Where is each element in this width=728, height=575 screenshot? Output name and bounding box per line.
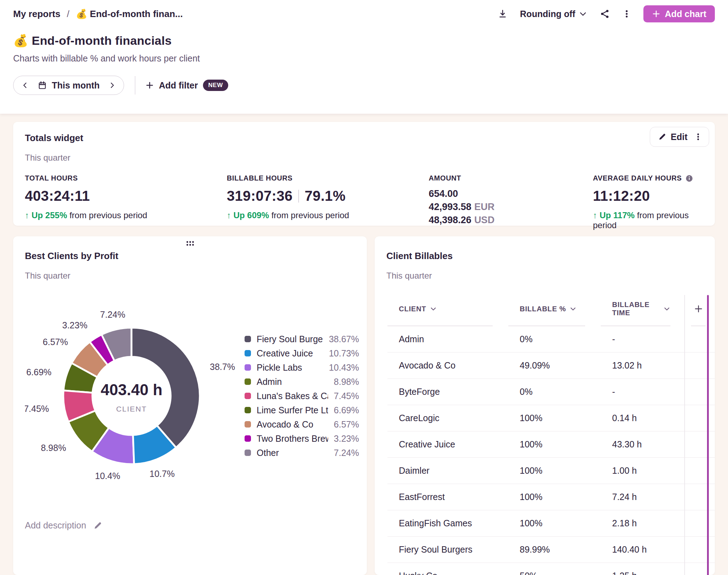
legend-name: Two Brothers Brew...: [257, 434, 328, 444]
billable-time-cell: -: [601, 334, 686, 344]
column-header-billable-time[interactable]: BILLABLE TIME: [601, 295, 670, 326]
legend-item[interactable]: Creative Juice10.73%: [245, 348, 359, 359]
client-cell: EatingFish Games: [387, 518, 508, 528]
legend-item[interactable]: Luna's Bakes & Ca...7.45%: [245, 391, 359, 401]
add-description-label: Add description: [25, 520, 86, 531]
billable-time-cell: -: [601, 387, 686, 397]
legend-name: Luna's Bakes & Ca...: [257, 391, 328, 401]
legend-percent: 38.67%: [329, 334, 359, 344]
billable-percent-cell: 100%: [508, 439, 601, 450]
legend-percent: 7.45%: [334, 391, 359, 401]
legend-percent: 3.23%: [334, 434, 359, 444]
table-row[interactable]: Avocado & Co49.09%13.02 h: [387, 353, 715, 379]
info-icon[interactable]: [685, 174, 693, 182]
billable-percent-cell: 49.09%: [508, 360, 601, 371]
delta-suffix: from previous period: [271, 210, 349, 220]
billable-time-cell: 13.02 h: [601, 360, 686, 371]
table-row[interactable]: Creative Juice100%43.30 h: [387, 431, 715, 458]
table-row[interactable]: CareLogic100%0.14 h: [387, 405, 715, 431]
table-scrollbar[interactable]: [707, 295, 709, 575]
table-row[interactable]: EastForrest100%7.24 h: [387, 484, 715, 510]
pencil-icon: [658, 133, 667, 141]
billable-time-cell: 1.25 h: [601, 571, 686, 575]
billable-percent-cell: 0%: [508, 334, 601, 344]
drag-handle-icon[interactable]: [185, 240, 195, 247]
billable-percent-cell: 100%: [508, 413, 601, 423]
legend-marker: [245, 336, 251, 342]
rounding-dropdown[interactable]: Rounding off: [520, 9, 588, 19]
table-row[interactable]: Fiery Soul Burgers89.99%140.40 h: [387, 537, 715, 563]
billable-percent-cell: 0%: [508, 387, 601, 397]
legend-item[interactable]: Two Brothers Brew...3.23%: [245, 434, 359, 444]
metric-label-text: AVERAGE DAILY HOURS: [593, 174, 682, 182]
metric-delta: ↑ Up 255% from previous period: [25, 210, 227, 220]
legend-percent: 7.24%: [334, 448, 359, 458]
share-button[interactable]: [599, 9, 610, 19]
billables-table: CLIENT BILLABLE % BILLABLE TIME: [386, 295, 715, 575]
legend-item[interactable]: Fiery Soul Burgers38.67%: [245, 334, 359, 344]
metric-value: 403:24:11: [25, 188, 227, 204]
legend-marker: [245, 407, 251, 413]
donut-chart-area: 403.40 h CLIENT 38.7%10.7%10.4%8.98%7.45…: [25, 289, 367, 503]
breadcrumb-my-reports[interactable]: My reports: [13, 9, 60, 20]
legend-marker: [245, 393, 251, 399]
totals-widget: Totals widget This quarter Edit TOTAL HO…: [13, 122, 715, 226]
edit-button[interactable]: Edit: [658, 132, 687, 142]
download-icon: [497, 9, 508, 19]
client-billables-period: This quarter: [386, 271, 715, 281]
billable-time-cell: 1.00 h: [601, 466, 686, 476]
table-row[interactable]: Daimler100%1.00 h: [387, 458, 715, 484]
donut-percent-label: 7.24%: [100, 310, 125, 319]
billable-time-cell: 43.30 h: [601, 439, 686, 450]
edit-label: Edit: [671, 132, 687, 142]
chevron-right-icon[interactable]: [108, 81, 116, 89]
donut-percent-label: 6.57%: [43, 337, 68, 347]
legend-item[interactable]: Lime Surfer Pte Ltd6.69%: [245, 405, 359, 415]
table-row[interactable]: Husky Co.50%1.25 h: [387, 563, 715, 575]
add-filter-button[interactable]: Add filter NEW: [145, 80, 228, 91]
add-column-button[interactable]: [691, 295, 706, 326]
best-clients-title: Best Clients by Profit: [25, 251, 367, 262]
legend-item[interactable]: Other7.24%: [245, 448, 359, 458]
table-row[interactable]: ByteForge0%-: [387, 379, 715, 405]
column-header-billable-percent[interactable]: BILLABLE %: [508, 295, 585, 326]
billable-percent-cell: 100%: [508, 492, 601, 502]
totals-widget-title: Totals widget: [25, 133, 703, 144]
billable-time-cell: 7.24 h: [601, 492, 686, 502]
add-chart-button[interactable]: Add chart: [643, 5, 715, 22]
amount-currency: USD: [474, 215, 494, 225]
topbar-actions: Rounding off Add chart: [497, 5, 715, 22]
legend-item[interactable]: Pickle Labs10.43%: [245, 362, 359, 373]
table-row[interactable]: Admin0%-: [387, 326, 715, 353]
add-description-button[interactable]: Add description: [25, 520, 102, 531]
donut-center-value: 403.40 h: [101, 381, 162, 398]
legend-marker: [245, 435, 251, 442]
legend-name: Other: [257, 448, 328, 458]
amount-value: 48,398.26: [429, 215, 471, 225]
legend-name: Lime Surfer Pte Ltd: [257, 405, 328, 415]
chevron-left-icon[interactable]: [21, 81, 29, 89]
legend-marker: [245, 364, 251, 371]
breadcrumb-current-report[interactable]: 💰 End-of-month finan...: [76, 9, 183, 20]
metric-label: TOTAL HOURS: [25, 174, 227, 182]
amount-line: 42,993.58EUR: [429, 200, 593, 214]
metric-billable-hours: BILLABLE HOURS 319:07:36 79.1% ↑ Up 609%…: [227, 174, 429, 230]
donut-legend: Fiery Soul Burgers38.67%Creative Juice10…: [245, 334, 359, 458]
totals-period: This quarter: [25, 153, 703, 163]
plus-icon: [145, 81, 154, 90]
page-header: My reports / 💰 End-of-month finan... Rou…: [0, 0, 728, 114]
legend-item[interactable]: Avocado & Co6.57%: [245, 419, 359, 430]
more-options-button[interactable]: [622, 9, 631, 19]
breadcrumb-separator: /: [67, 9, 69, 20]
totals-more-options-button[interactable]: [694, 132, 702, 142]
delta-percent: Up 255%: [32, 210, 67, 220]
column-label: CLIENT: [399, 305, 426, 313]
amount-line: 654.00: [429, 187, 593, 200]
column-header-client[interactable]: CLIENT: [387, 295, 493, 326]
table-row[interactable]: EatingFish Games100%2.18 h: [387, 510, 715, 537]
donut-percent-label: 7.45%: [25, 404, 49, 414]
legend-item[interactable]: Admin8.98%: [245, 377, 359, 387]
date-range-picker[interactable]: This month: [13, 76, 124, 95]
donut-percent-label: 10.4%: [95, 471, 120, 481]
download-button[interactable]: [497, 9, 508, 19]
